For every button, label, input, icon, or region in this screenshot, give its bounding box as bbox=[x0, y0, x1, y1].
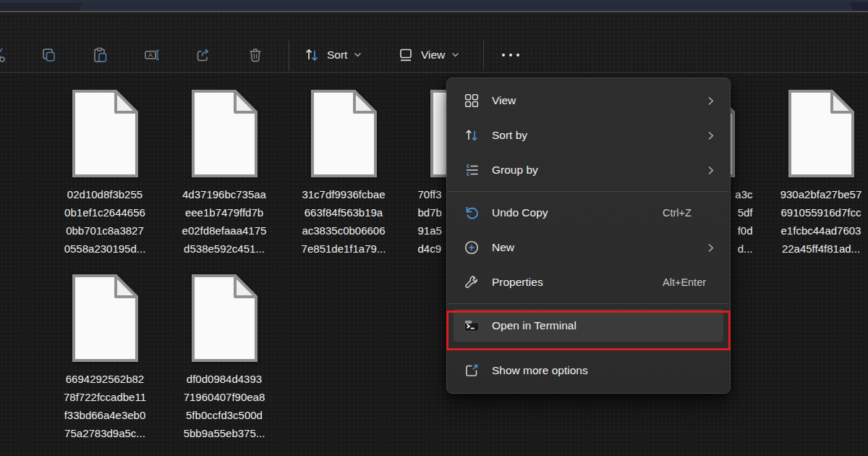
sort-button[interactable]: Sort bbox=[303, 44, 362, 66]
group-icon bbox=[463, 161, 480, 179]
menu-item-group-by[interactable]: Group by bbox=[447, 153, 730, 187]
file-grid: 02d10d8f3b2550b1ef1c26446560bb701c8a3827… bbox=[0, 73, 868, 456]
sort-icon bbox=[303, 46, 320, 64]
chevron-down-icon bbox=[354, 52, 362, 58]
file-icon bbox=[310, 88, 378, 179]
file-icon bbox=[190, 273, 259, 363]
file-icon bbox=[71, 88, 140, 179]
menu-item-undo-copy[interactable]: Undo Copy Ctrl+Z bbox=[447, 195, 730, 230]
file-icon bbox=[71, 273, 140, 363]
sort-icon bbox=[463, 127, 480, 144]
menu-item-show-more-options[interactable]: Show more options bbox=[447, 353, 730, 388]
menu-item-label: New bbox=[492, 241, 514, 254]
menu-separator bbox=[448, 191, 729, 192]
toolbar-separator bbox=[289, 41, 289, 70]
menu-item-view[interactable]: View bbox=[447, 83, 730, 118]
menu-item-properties[interactable]: Properties Alt+Enter bbox=[447, 265, 730, 300]
menu-item-open-in-terminal[interactable]: Open in Terminal bbox=[454, 309, 723, 342]
command-toolbar: A Sort bbox=[0, 12, 868, 72]
file-item[interactable]: 02d10d8f3b2550b1ef1c26446560bb701c8a3827… bbox=[46, 88, 165, 258]
grid-view-icon bbox=[463, 92, 480, 109]
file-name: 6694292562b8278f722fccadbe11f33bd66a4e3e… bbox=[46, 370, 165, 442]
chevron-down-icon bbox=[451, 52, 459, 58]
titlebar-right-corner bbox=[852, 2, 868, 11]
more-icon[interactable] bbox=[502, 54, 519, 56]
chevron-right-icon bbox=[708, 166, 714, 175]
view-button[interactable]: View bbox=[397, 44, 459, 66]
window-titlebar bbox=[0, 0, 868, 11]
file-item[interactable]: 31c7df9936fcbae663f84f563b19aac3835c0b06… bbox=[284, 88, 404, 258]
toolbar-separator bbox=[483, 41, 484, 70]
file-item[interactable]: df0d0984d439371960407f90ea85fb0ccfd3c500… bbox=[165, 273, 284, 442]
undo-icon bbox=[463, 204, 480, 221]
paste-icon[interactable] bbox=[91, 46, 109, 64]
file-icon bbox=[190, 88, 259, 179]
view-label: View bbox=[421, 48, 445, 62]
terminal-icon bbox=[463, 317, 480, 334]
file-explorer-window: A Sort bbox=[0, 0, 868, 456]
new-icon bbox=[463, 239, 480, 256]
file-name: 4d37196bc735aaeee1b7479ffd7be02fd8efaaa4… bbox=[165, 185, 284, 258]
menu-item-label: View bbox=[492, 94, 516, 107]
chevron-right-icon bbox=[708, 243, 714, 253]
menu-item-label: Undo Copy bbox=[492, 206, 548, 219]
rename-icon[interactable]: A bbox=[143, 46, 161, 64]
copy-icon[interactable] bbox=[40, 46, 57, 64]
chevron-right-icon bbox=[708, 96, 714, 106]
share-icon[interactable] bbox=[195, 46, 212, 64]
file-item[interactable]: 6694292562b8278f722fccadbe11f33bd66a4e3e… bbox=[46, 273, 165, 442]
menu-item-label: Group by bbox=[492, 164, 538, 177]
file-item[interactable]: 930a2bfa27be57691055916d7fcce1fcbc44ad76… bbox=[762, 88, 868, 258]
view-icon bbox=[397, 46, 414, 64]
properties-icon bbox=[463, 274, 480, 291]
cut-icon[interactable] bbox=[0, 46, 7, 64]
menu-item-label: Properties bbox=[492, 276, 543, 289]
file-name: 930a2bfa27be57691055916d7fcce1fcbc44ad76… bbox=[762, 185, 868, 258]
file-name: 31c7df9936fcbae663f84f563b19aac3835c0b06… bbox=[284, 185, 404, 258]
delete-icon[interactable] bbox=[247, 46, 264, 64]
titlebar-tab bbox=[80, 2, 852, 11]
sort-label: Sort bbox=[327, 48, 347, 62]
menu-item-shortcut: Alt+Enter bbox=[663, 276, 706, 288]
svg-text:A: A bbox=[148, 51, 153, 59]
menu-item-label: Show more options bbox=[492, 364, 588, 377]
file-icon bbox=[787, 88, 856, 179]
file-name: df0d0984d439371960407f90ea85fb0ccfd3c500… bbox=[165, 370, 284, 442]
menu-item-label: Open in Terminal bbox=[492, 319, 576, 332]
file-item[interactable]: 4d37196bc735aaeee1b7479ffd7be02fd8efaaa4… bbox=[165, 88, 284, 258]
menu-item-shortcut: Ctrl+Z bbox=[663, 207, 692, 219]
show-more-icon bbox=[463, 362, 480, 379]
context-menu: View Sort by Group by Undo Copy Ctrl+Z N… bbox=[446, 77, 731, 394]
file-name: 02d10d8f3b2550b1ef1c26446560bb701c8a3827… bbox=[46, 185, 165, 258]
menu-item-label: Sort by bbox=[492, 129, 527, 142]
menu-item-sort-by[interactable]: Sort by bbox=[447, 118, 730, 153]
menu-item-new[interactable]: New bbox=[447, 230, 730, 265]
menu-separator bbox=[448, 303, 729, 304]
chevron-right-icon bbox=[708, 131, 714, 140]
